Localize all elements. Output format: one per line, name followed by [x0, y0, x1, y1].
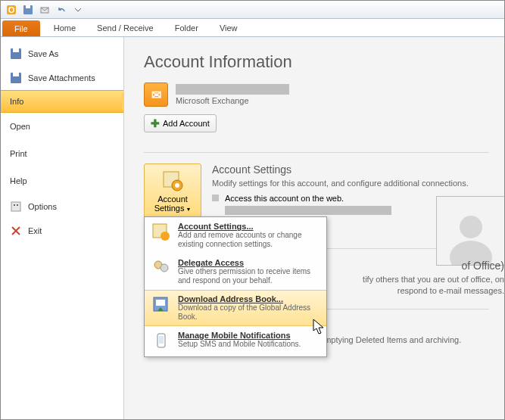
bullet-icon: [212, 194, 219, 201]
dropdown-item-title: Account Settings...: [178, 222, 320, 231]
undo-icon[interactable]: [54, 3, 69, 17]
delegate-icon: [151, 258, 172, 279]
dropdown-item-title: Manage Mobile Notifications: [178, 331, 301, 340]
svg-rect-10: [14, 204, 15, 206]
app-icon[interactable]: O: [4, 3, 19, 17]
section-title: Account Settings: [212, 163, 489, 176]
ribbon-tabs: File Home Send / Receive Folder View: [1, 19, 504, 37]
svg-point-19: [161, 232, 170, 241]
add-account-label: Add Account: [163, 119, 210, 128]
svg-text:O: O: [8, 5, 15, 14]
attachment-icon: [10, 72, 22, 84]
page-title: Account Information: [144, 52, 489, 72]
dropdown-item-desc: Download a copy of the Global Address Bo…: [178, 303, 320, 322]
plus-icon: ✚: [151, 117, 160, 129]
contact-photo: [436, 196, 504, 266]
tab-home[interactable]: Home: [43, 19, 86, 36]
sidebar-save-attachments[interactable]: Save Attachments: [1, 66, 123, 90]
dropdown-item-mobile-notifications[interactable]: Manage Mobile NotificationsSetup SMS and…: [145, 326, 326, 356]
account-settings-small-icon: [151, 222, 172, 243]
svg-point-21: [161, 264, 168, 272]
svg-rect-6: [13, 48, 19, 52]
account-row: ✉ Microsoft Exchange: [144, 82, 489, 107]
svg-point-15: [460, 216, 482, 238]
account-name-redacted: [176, 84, 289, 95]
dropdown-item-desc: Add and remove accounts or change existi…: [178, 231, 320, 249]
mobile-icon: [151, 331, 172, 352]
dropdown-item-desc: Setup SMS and Mobile Notifications.: [178, 340, 301, 349]
tab-file[interactable]: File: [2, 20, 40, 36]
svg-rect-8: [13, 73, 19, 76]
sidebar-item-label: Print: [10, 149, 27, 158]
account-settings-icon: [161, 169, 185, 193]
sidebar-item-label: Open: [10, 122, 30, 131]
account-type: Microsoft Exchange: [176, 96, 289, 105]
url-redacted: [225, 206, 391, 215]
dropdown-item-delegate-access[interactable]: Delegate AccessGive others permission to…: [145, 254, 326, 290]
dropdown-arrow-icon: ▼: [185, 207, 191, 212]
tab-folder[interactable]: Folder: [164, 19, 209, 36]
save-icon: [10, 48, 22, 60]
svg-rect-25: [159, 336, 164, 344]
dropdown-item-desc: Give others permission to receive items …: [178, 267, 320, 285]
add-account-button[interactable]: ✚ Add Account: [144, 114, 217, 132]
backstage-sidebar: Save As Save Attachments Info Open Print…: [1, 37, 123, 419]
section-desc: Modify settings for this account, and co…: [212, 178, 489, 189]
svg-rect-3: [26, 5, 30, 8]
sidebar-open[interactable]: Open: [1, 113, 123, 140]
sidebar-item-label: Exit: [28, 226, 42, 235]
svg-rect-11: [17, 204, 18, 206]
sidebar-options[interactable]: Options: [1, 194, 123, 219]
sidebar-exit[interactable]: Exit: [1, 219, 123, 243]
exit-icon: [10, 225, 22, 237]
dropdown-item-download-address-book[interactable]: Download Address Book...Download a copy …: [145, 290, 326, 326]
bullet-text: Access this account on the web.: [225, 194, 344, 203]
address-book-icon: [151, 294, 172, 316]
sidebar-item-label: Save Attachments: [28, 73, 95, 82]
sidebar-item-label: Info: [10, 97, 23, 106]
options-icon: [10, 201, 22, 213]
dropdown-item-account-settings[interactable]: Account Settings...Add and remove accoun…: [145, 217, 326, 254]
account-settings-button[interactable]: Account Settings▼: [144, 163, 201, 218]
sidebar-item-label: Save As: [28, 49, 58, 58]
tab-view[interactable]: View: [209, 19, 248, 36]
button-label: Account Settings: [154, 194, 188, 213]
sidebar-help[interactable]: Help: [1, 167, 123, 194]
account-settings-dropdown: Account Settings...Add and remove accoun…: [144, 216, 327, 357]
svg-point-14: [175, 183, 179, 188]
send-all-icon[interactable]: [37, 3, 52, 17]
dropdown-item-title: Download Address Book...: [178, 294, 320, 303]
sidebar-save-as[interactable]: Save As: [1, 42, 123, 66]
tab-send-receive[interactable]: Send / Receive: [86, 19, 164, 36]
sidebar-print[interactable]: Print: [1, 140, 123, 167]
sidebar-info[interactable]: Info: [1, 90, 123, 113]
sidebar-item-label: Options: [28, 202, 57, 211]
svg-rect-9: [11, 202, 20, 211]
qat-customize-icon[interactable]: [70, 3, 86, 17]
account-icon: ✉: [144, 82, 168, 107]
quick-access-toolbar: O: [1, 1, 504, 19]
svg-rect-23: [156, 300, 165, 306]
dropdown-item-title: Delegate Access: [178, 258, 320, 267]
sidebar-item-label: Help: [10, 176, 27, 185]
separator: [144, 152, 489, 153]
mouse-cursor-icon: [313, 319, 326, 335]
save-icon[interactable]: [20, 3, 36, 17]
